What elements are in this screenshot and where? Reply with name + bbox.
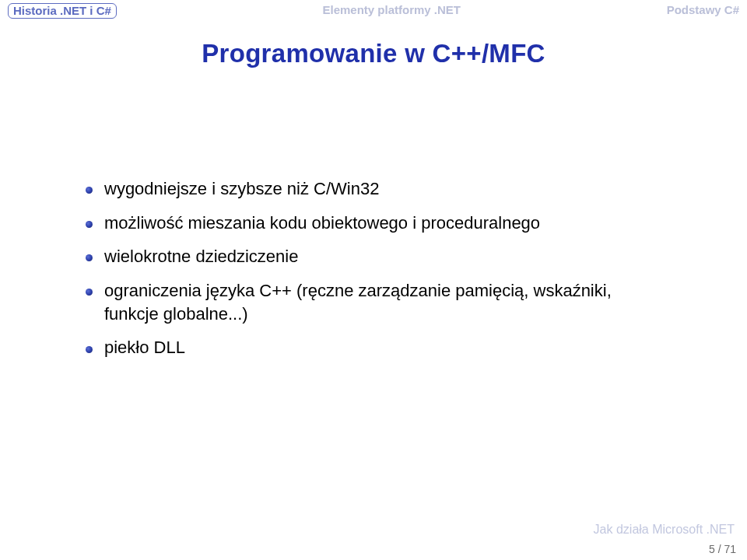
nav-tab-right[interactable]: Podstawy C# xyxy=(667,3,739,16)
list-item: piekło DLL xyxy=(86,336,661,359)
nav-bar: Historia .NET i C# Elementy platformy .N… xyxy=(0,0,747,19)
bullet-list: wygodniejsze i szybsze niż C/Win32 możli… xyxy=(86,177,747,359)
list-item: wygodniejsze i szybsze niż C/Win32 xyxy=(86,177,661,201)
list-item: wielokrotne dziedziczenie xyxy=(86,245,661,268)
slide-body: wygodniejsze i szybsze niż C/Win32 możli… xyxy=(0,177,747,359)
list-item: możliwość mieszania kodu obiektowego i p… xyxy=(86,212,661,235)
nav-tab-center[interactable]: Elementy platformy .NET xyxy=(322,3,461,16)
page-counter: 5 / 71 xyxy=(709,543,736,555)
list-item: ograniczenia języka C++ (ręczne zarządza… xyxy=(86,279,661,325)
nav-tab-active[interactable]: Historia .NET i C# xyxy=(8,3,117,19)
footer-source: Jak działa Microsoft .NET xyxy=(594,523,735,537)
slide-title: Programowanie w C++/MFC xyxy=(0,39,747,68)
